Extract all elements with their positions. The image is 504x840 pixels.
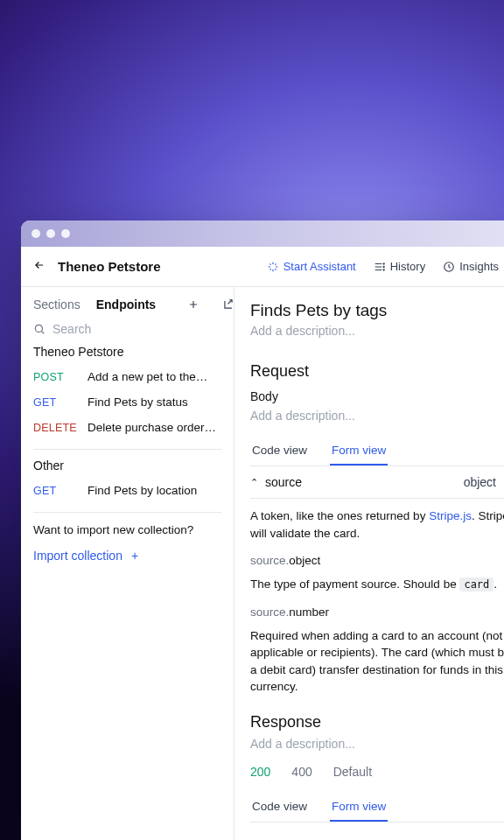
sidebar-tab-endpoints[interactable]: Endpoints — [96, 298, 156, 312]
param-description: A token, like the ones returned by Strip… — [250, 508, 504, 542]
tab-code-view[interactable]: Code view — [250, 437, 309, 466]
method-badge: POST — [33, 371, 79, 383]
method-badge: GET — [33, 485, 79, 497]
sidebar: Sections Endpoints Theneo — [21, 287, 234, 840]
response-heading: Response — [250, 713, 504, 732]
window-titlebar — [21, 220, 504, 247]
code-chip: card — [459, 578, 494, 592]
stripejs-link[interactable]: Stripe.js — [429, 509, 472, 522]
endpoint-label: Delete purchase order… — [88, 421, 221, 434]
status-tab-default[interactable]: Default — [333, 765, 372, 779]
response-view-tabs: Code view Form view — [250, 793, 504, 822]
breadcrumb[interactable]: Theneo Petstore — [58, 259, 255, 274]
param-name: source — [265, 475, 302, 489]
page-title: Finds Pets by tags — [250, 301, 504, 320]
status-tab-200[interactable]: 200 — [250, 765, 270, 779]
body-heading: Body — [250, 389, 504, 403]
chevron-up-icon: ⌃ — [250, 477, 258, 488]
sidebar-group-title: Other — [33, 458, 221, 472]
add-icon[interactable] — [187, 298, 200, 311]
tab-form-view[interactable]: Form view — [330, 793, 388, 822]
param-header[interactable]: ⌃ source object ⌃ — [250, 466, 504, 499]
tab-form-view[interactable]: Form view — [330, 437, 388, 466]
status-tab-400[interactable]: 400 — [291, 765, 312, 779]
request-heading: Request — [250, 362, 504, 381]
import-prompt: Want to import new collection? — [33, 523, 221, 536]
history-icon — [374, 261, 386, 273]
plus-icon: + — [131, 549, 138, 563]
param-field-description: The type of payment source. Should be ca… — [250, 576, 504, 593]
svg-point-0 — [383, 262, 384, 263]
window-close-dot[interactable] — [32, 229, 40, 238]
response-status-tabs: 200 400 Default — [250, 765, 504, 779]
endpoint-label: Find Pets by status — [88, 396, 221, 409]
endpoint-row[interactable]: DELETE Delete purchase order… — [33, 415, 221, 440]
description-placeholder[interactable]: Add a description... — [250, 324, 504, 338]
start-assistant-button[interactable]: Start Assistant — [267, 260, 356, 273]
param-type: object — [464, 475, 496, 489]
search-box[interactable] — [33, 322, 221, 336]
history-button[interactable]: History — [374, 260, 425, 273]
svg-point-1 — [383, 266, 384, 267]
sidebar-group-title: Theneo Petstore — [33, 345, 221, 359]
history-label: History — [390, 260, 425, 273]
app-window: Theneo Petstore Start Assistant History — [21, 220, 504, 840]
endpoint-label: Find Pets by location — [88, 484, 221, 497]
import-icon[interactable] — [222, 298, 234, 311]
response-description-placeholder[interactable]: Add a description... — [250, 737, 504, 751]
divider — [33, 449, 221, 450]
svg-point-4 — [35, 325, 42, 332]
main-panel: Finds Pets by tags Add a description... … — [234, 287, 504, 840]
window-min-dot[interactable] — [46, 229, 55, 238]
search-input[interactable] — [52, 322, 221, 336]
svg-point-2 — [383, 269, 384, 270]
sidebar-tab-sections[interactable]: Sections — [33, 298, 80, 312]
start-assistant-label: Start Assistant — [284, 260, 356, 273]
request-view-tabs: Code view Form view — [250, 437, 504, 466]
body-description-placeholder[interactable]: Add a description... — [250, 409, 504, 423]
param-field-path: source.object — [250, 554, 504, 567]
endpoint-row[interactable]: GET Find Pets by location — [33, 478, 221, 503]
window-max-dot[interactable] — [61, 229, 70, 238]
method-badge: DELETE — [33, 422, 79, 434]
insights-button[interactable]: Insights — [443, 260, 499, 273]
endpoint-label: Add a new pet to the… — [88, 370, 221, 383]
import-collection-link[interactable]: Import collection + — [33, 549, 221, 563]
insights-icon — [443, 261, 455, 273]
sparkle-icon — [267, 261, 279, 273]
search-icon — [33, 323, 46, 335]
insights-label: Insights — [459, 260, 499, 273]
import-collection-label: Import collection — [33, 549, 122, 563]
method-badge: GET — [33, 396, 79, 409]
param-field-description: Required when adding a card to an accoun… — [250, 627, 504, 696]
tab-code-view[interactable]: Code view — [250, 793, 309, 822]
back-arrow-icon[interactable] — [33, 259, 46, 275]
divider — [33, 512, 221, 513]
endpoint-row[interactable]: POST Add a new pet to the… — [33, 364, 221, 389]
param-field-path: source.number — [250, 606, 504, 619]
endpoint-row[interactable]: GET Find Pets by status — [33, 389, 221, 415]
topbar: Theneo Petstore Start Assistant History — [21, 247, 504, 287]
